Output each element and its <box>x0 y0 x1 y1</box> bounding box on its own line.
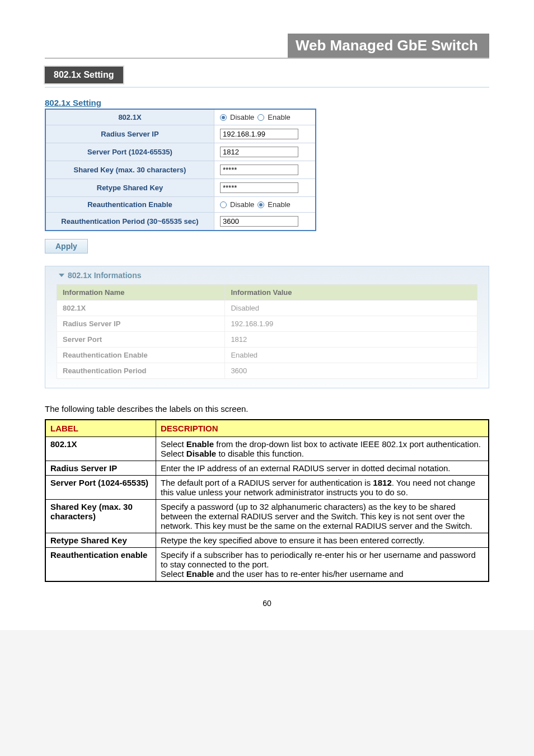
settings-row-label: Reauthentication Period (30~65535 sec) <box>45 213 214 231</box>
settings-row-value <box>214 179 316 197</box>
desc-row-label: Reauthentication enable <box>45 548 156 582</box>
section-title-wrap: 802.1x Setting <box>45 67 489 83</box>
radio-disable[interactable] <box>220 201 227 208</box>
divider <box>45 87 489 88</box>
desc-col-label: LABEL <box>45 420 156 437</box>
description-table: LABEL DESCRIPTION 802.1XSelect Enable fr… <box>45 419 489 582</box>
settings-row-value <box>214 161 316 179</box>
settings-row-value <box>214 143 316 161</box>
info-row-value: 3600 <box>225 363 477 379</box>
section-title: 802.1x Setting <box>45 67 123 83</box>
info-panel-header[interactable]: 802.1x Informations <box>57 266 477 284</box>
settings-row-label: Radius Server IP <box>45 125 214 143</box>
info-row-value: Disabled <box>225 300 477 316</box>
info-row-value: Enabled <box>225 348 477 363</box>
info-col-name: Information Name <box>57 285 225 300</box>
desc-row-label: Radius Server IP <box>45 461 156 476</box>
info-col-value: Information Value <box>225 285 477 300</box>
radio-disable-label: Disable <box>230 113 254 121</box>
info-panel-title: 802.1x Informations <box>68 271 142 280</box>
settings-row-label: Server Port (1024-65535) <box>45 143 214 161</box>
info-row-value: 1812 <box>225 332 477 348</box>
settings-row-value <box>214 213 316 231</box>
desc-row-text: Specify if a subscriber has to periodica… <box>156 548 489 582</box>
radio-disable-label: Disable <box>230 200 254 209</box>
section-subhead: 802.1x Setting <box>45 98 489 107</box>
settings-input[interactable] <box>220 165 298 175</box>
settings-input[interactable] <box>220 182 298 193</box>
settings-row-label: Shared Key (max. 30 characters) <box>45 161 214 179</box>
desc-row-text: The default port of a RADIUS server for … <box>156 476 489 500</box>
info-table: Information Name Information Value 802.1… <box>57 284 477 379</box>
desc-row-label: Retype Shared Key <box>45 533 156 548</box>
intro-text: The following table describes the labels… <box>45 404 489 414</box>
settings-input[interactable] <box>220 147 298 157</box>
settings-table: 802.1XDisableEnableRadius Server IPServe… <box>45 109 316 231</box>
info-row-name: 802.1X <box>57 300 225 316</box>
info-row-name: Reauthentication Enable <box>57 348 225 363</box>
page-header-title: Web Managed GbE Switch <box>288 34 489 58</box>
radio-enable-label: Enable <box>268 113 290 121</box>
desc-row-label: Shared Key (max. 30 characters) <box>45 500 156 533</box>
settings-row-value: DisableEnable <box>214 197 316 213</box>
settings-input[interactable] <box>220 129 298 139</box>
desc-row-text: Select Enable from the drop-down list bo… <box>156 437 489 461</box>
apply-button[interactable]: Apply <box>45 239 88 253</box>
desc-row-text: Enter the IP address of an external RADI… <box>156 461 489 476</box>
settings-row-label: 802.1X <box>45 109 214 125</box>
radio-enable-label: Enable <box>268 200 290 209</box>
desc-col-desc: DESCRIPTION <box>156 420 489 437</box>
desc-row-label: Server Port (1024-65535) <box>45 476 156 500</box>
chevron-down-icon <box>59 274 64 277</box>
settings-input[interactable] <box>220 216 298 227</box>
desc-row-label: 802.1X <box>45 437 156 461</box>
radio-enable[interactable] <box>257 201 264 208</box>
desc-row-text: Retype the key specified above to ensure… <box>156 533 489 548</box>
page-number: 60 <box>45 599 489 608</box>
settings-row-value: DisableEnable <box>214 109 316 125</box>
info-row-name: Radius Server IP <box>57 316 225 332</box>
settings-row-value <box>214 125 316 143</box>
page-header: Web Managed GbE Switch <box>45 34 489 59</box>
desc-row-text: Specify a password (up to 32 alphanumeri… <box>156 500 489 533</box>
radio-disable[interactable] <box>220 114 227 121</box>
settings-row-label: Retype Shared Key <box>45 179 214 197</box>
info-row-value: 192.168.1.99 <box>225 316 477 332</box>
settings-row-label: Reauthentication Enable <box>45 197 214 213</box>
info-panel: 802.1x Informations Information Name Inf… <box>45 266 489 388</box>
info-row-name: Reauthentication Period <box>57 363 225 379</box>
radio-enable[interactable] <box>257 114 264 121</box>
info-row-name: Server Port <box>57 332 225 348</box>
